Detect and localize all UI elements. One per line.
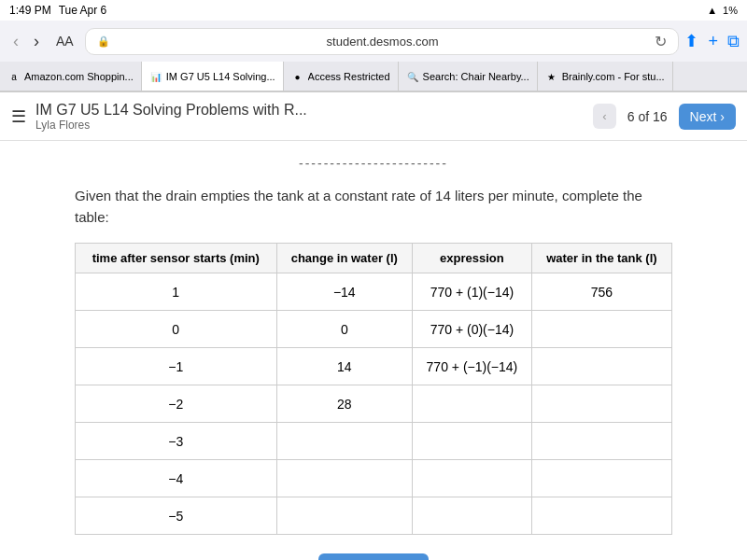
lock-icon: 🔒 [97,35,110,48]
search-icon: 🔍 [406,70,419,83]
desmos-icon: 📊 [149,70,162,83]
col-header-time: time after sensor starts (min) [76,244,277,273]
table-row: −4 [76,460,672,497]
page-title: IM G7 U5 L14 Solving Problems with R... [35,102,593,119]
table-row: −3 [76,423,672,460]
cell-change-2: 14 [276,348,413,385]
access-icon: ● [291,70,304,83]
time: 1:49 PM [9,4,51,17]
pagination-nav: ‹ 6 of 16 Next › [593,104,736,130]
share-button[interactable]: ⬆ [684,31,698,51]
cell-change-6[interactable] [276,497,413,535]
col-header-expression: expression [413,244,532,273]
add-tab-button[interactable]: + [708,32,718,51]
battery: 1% [723,5,738,16]
table-header-row: time after sensor starts (min) change in… [76,244,672,273]
cell-expression-2: 770 + (−1)(−14) [413,348,532,385]
tab-amazon-label: Amazon.com Shoppin... [24,71,134,82]
cell-water-6[interactable] [531,497,671,535]
prev-page-button[interactable]: ‹ [593,104,615,129]
cell-time-6: −5 [76,497,277,535]
cell-change-4[interactable] [276,423,413,460]
table-row: −228 [76,385,672,423]
cell-expression-0: 770 + (1)(−14) [413,273,532,311]
cell-expression-5[interactable] [413,460,532,497]
url-text: student.desmos.com [116,35,650,49]
cell-time-4: −3 [76,423,277,460]
tabs-button[interactable]: ⧉ [727,32,740,51]
cell-water-2[interactable] [531,348,671,385]
cell-water-4[interactable] [531,423,671,460]
next-label: Next [690,109,717,124]
cell-water-5[interactable] [531,460,671,497]
submit-area: Submit. [75,553,672,560]
address-bar[interactable]: 🔒 student.desmos.com ↻ [85,28,680,55]
menu-button[interactable]: ☰ [11,106,26,127]
cell-time-5: −4 [76,460,277,497]
reload-button[interactable]: ↻ [655,33,667,50]
toolbar-actions: ⬆ + ⧉ [684,31,740,51]
col-header-water: water in the tank (l) [531,244,671,273]
submit-button[interactable]: Submit. [318,553,429,560]
reader-mode-button[interactable]: AA [50,32,79,50]
browser-chrome: ‹ › AA 🔒 student.desmos.com ↻ ⬆ + ⧉ a Am… [0,21,747,92]
cell-change-5[interactable] [276,460,413,497]
tab-amazon[interactable]: a Amazon.com Shoppin... [0,62,142,91]
table-row: 1−14770 + (1)(−14)756 [76,273,672,311]
cell-change-0: −14 [276,273,413,311]
cell-change-3: 28 [276,385,413,423]
cell-time-2: −1 [76,348,277,385]
wifi-icon: ▲ [707,5,717,16]
tab-access[interactable]: ● Access Restricted [284,62,399,91]
dashes: ------------------------ [75,156,672,171]
content-area: ------------------------ Given that the … [0,141,747,560]
browser-toolbar: ‹ › AA 🔒 student.desmos.com ↻ ⬆ + ⧉ [0,21,747,62]
forward-button[interactable]: › [28,30,45,53]
page-count: 6 of 16 [620,109,675,124]
cell-water-1[interactable] [531,311,671,348]
nav-buttons: ‹ › [7,30,45,53]
cell-change-1: 0 [276,311,413,348]
tab-access-label: Access Restricted [308,71,390,82]
cell-water-0: 756 [531,273,671,311]
status-bar: 1:49 PM Tue Apr 6 ▲ 1% [0,0,747,21]
cell-expression-6[interactable] [413,497,532,535]
cell-expression-1: 770 + (0)(−14) [413,311,532,348]
cell-expression-3[interactable] [413,385,532,423]
math-table: time after sensor starts (min) change in… [75,243,672,535]
page-header: ☰ IM G7 U5 L14 Solving Problems with R..… [0,92,747,141]
tab-search-label: Search: Chair Nearby... [423,71,529,82]
tab-brainly[interactable]: ★ Brainly.com - For stu... [538,62,673,91]
amazon-icon: a [7,70,21,83]
tab-brainly-label: Brainly.com - For stu... [562,71,665,82]
next-chevron-icon: › [720,109,725,124]
back-button[interactable]: ‹ [7,30,24,53]
day: Tue Apr 6 [59,4,107,17]
cell-expression-4[interactable] [413,423,532,460]
col-header-change: change in water (l) [276,244,413,273]
tab-search[interactable]: 🔍 Search: Chair Nearby... [399,62,538,91]
tabs-bar: a Amazon.com Shoppin... 📊 IM G7 U5 L14 S… [0,62,747,91]
page-subtitle: Lyla Flores [35,119,593,132]
table-row: 00770 + (0)(−14) [76,311,672,348]
tab-desmos[interactable]: 📊 IM G7 U5 L14 Solving... [142,62,284,91]
cell-time-0: 1 [76,273,277,311]
table-row: −114770 + (−1)(−14) [76,348,672,385]
page-title-block: IM G7 U5 L14 Solving Problems with R... … [35,102,593,132]
cell-time-3: −2 [76,385,277,423]
problem-text: Given that the drain empties the tank at… [75,186,672,228]
cell-water-3[interactable] [531,385,671,423]
cell-time-1: 0 [76,311,277,348]
table-row: −5 [76,497,672,535]
tab-desmos-label: IM G7 U5 L14 Solving... [166,71,275,82]
brainly-icon: ★ [545,70,558,83]
next-page-button[interactable]: Next › [679,104,736,130]
